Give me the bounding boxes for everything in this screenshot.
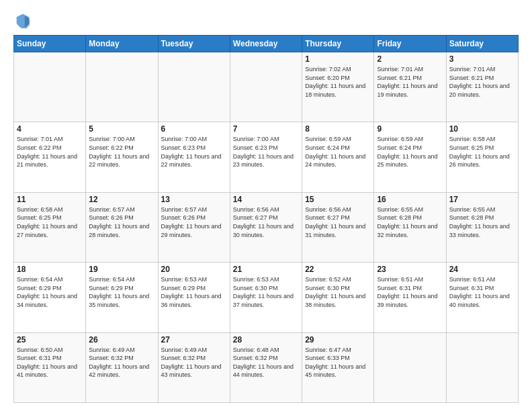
calendar-cell: 19Sunrise: 6:54 AMSunset: 6:29 PMDayligh… — [86, 263, 158, 332]
day-info: Sunrise: 6:53 AMSunset: 6:29 PMDaylight:… — [161, 275, 227, 309]
weekday-header: Saturday — [446, 36, 518, 52]
day-info: Sunrise: 6:54 AMSunset: 6:29 PMDaylight:… — [89, 275, 154, 309]
weekday-header: Monday — [86, 36, 158, 52]
day-info: Sunrise: 6:57 AMSunset: 6:26 PMDaylight:… — [89, 205, 154, 239]
calendar-cell: 5Sunrise: 7:00 AMSunset: 6:22 PMDaylight… — [86, 122, 158, 192]
calendar-cell: 6Sunrise: 7:00 AMSunset: 6:23 PMDaylight… — [158, 122, 230, 192]
calendar-cell — [158, 52, 230, 122]
calendar-cell: 27Sunrise: 6:49 AMSunset: 6:32 PMDayligh… — [158, 332, 230, 402]
day-info: Sunrise: 6:50 AMSunset: 6:31 PMDaylight:… — [17, 346, 83, 379]
calendar-week-row: 1Sunrise: 7:02 AMSunset: 6:20 PMDaylight… — [14, 52, 519, 122]
calendar-cell: 10Sunrise: 6:58 AMSunset: 6:25 PMDayligh… — [446, 122, 518, 192]
weekday-header: Sunday — [14, 36, 86, 52]
day-info: Sunrise: 6:51 AMSunset: 6:31 PMDaylight:… — [449, 275, 515, 309]
day-info: Sunrise: 6:47 AMSunset: 6:33 PMDaylight:… — [305, 346, 371, 379]
calendar-cell — [230, 52, 302, 122]
day-info: Sunrise: 7:01 AMSunset: 6:21 PMDaylight:… — [377, 65, 443, 99]
day-info: Sunrise: 7:00 AMSunset: 6:23 PMDaylight:… — [233, 135, 299, 169]
calendar-cell: 26Sunrise: 6:49 AMSunset: 6:32 PMDayligh… — [86, 332, 158, 402]
day-number: 9 — [377, 124, 443, 134]
calendar-header: SundayMondayTuesdayWednesdayThursdayFrid… — [14, 36, 519, 52]
day-info: Sunrise: 6:53 AMSunset: 6:30 PMDaylight:… — [233, 275, 299, 309]
day-number: 16 — [377, 195, 443, 204]
day-number: 19 — [89, 265, 154, 274]
calendar-cell: 23Sunrise: 6:51 AMSunset: 6:31 PMDayligh… — [374, 263, 446, 332]
day-number: 4 — [17, 124, 83, 134]
day-number: 8 — [305, 124, 371, 134]
calendar-cell: 20Sunrise: 6:53 AMSunset: 6:29 PMDayligh… — [158, 263, 230, 332]
calendar-cell: 22Sunrise: 6:52 AMSunset: 6:30 PMDayligh… — [302, 263, 374, 332]
weekday-header: Thursday — [302, 36, 374, 52]
logo-icon — [13, 11, 32, 30]
day-number: 2 — [377, 54, 443, 64]
day-number: 27 — [161, 335, 227, 345]
day-info: Sunrise: 6:49 AMSunset: 6:32 PMDaylight:… — [161, 346, 227, 379]
calendar-week-row: 18Sunrise: 6:54 AMSunset: 6:29 PMDayligh… — [14, 263, 519, 332]
calendar-cell: 2Sunrise: 7:01 AMSunset: 6:21 PMDaylight… — [374, 52, 446, 122]
day-number: 5 — [89, 124, 154, 134]
weekday-header: Tuesday — [158, 36, 230, 52]
day-info: Sunrise: 6:55 AMSunset: 6:28 PMDaylight:… — [449, 205, 515, 239]
page-header — [13, 11, 519, 30]
day-number: 18 — [17, 265, 83, 274]
weekday-header: Friday — [374, 36, 446, 52]
calendar-cell: 18Sunrise: 6:54 AMSunset: 6:29 PMDayligh… — [14, 263, 86, 332]
calendar-cell — [14, 52, 86, 122]
day-number: 6 — [161, 124, 227, 134]
day-number: 15 — [305, 195, 371, 204]
calendar-table: SundayMondayTuesdayWednesdayThursdayFrid… — [13, 35, 519, 403]
day-info: Sunrise: 7:01 AMSunset: 6:21 PMDaylight:… — [449, 65, 515, 99]
day-info: Sunrise: 6:59 AMSunset: 6:24 PMDaylight:… — [305, 135, 371, 169]
day-number: 10 — [449, 124, 515, 134]
day-info: Sunrise: 6:51 AMSunset: 6:31 PMDaylight:… — [377, 275, 443, 309]
calendar-cell — [446, 332, 518, 402]
calendar-cell: 4Sunrise: 7:01 AMSunset: 6:22 PMDaylight… — [14, 122, 86, 192]
day-number: 11 — [17, 195, 83, 204]
calendar-cell: 7Sunrise: 7:00 AMSunset: 6:23 PMDaylight… — [230, 122, 302, 192]
calendar-week-row: 25Sunrise: 6:50 AMSunset: 6:31 PMDayligh… — [14, 332, 519, 402]
calendar-cell — [374, 332, 446, 402]
calendar-cell: 1Sunrise: 7:02 AMSunset: 6:20 PMDaylight… — [302, 52, 374, 122]
day-number: 12 — [89, 195, 154, 204]
day-number: 24 — [449, 265, 515, 274]
day-number: 1 — [305, 54, 371, 64]
day-info: Sunrise: 6:55 AMSunset: 6:28 PMDaylight:… — [377, 205, 443, 239]
day-number: 20 — [161, 265, 227, 274]
day-info: Sunrise: 7:00 AMSunset: 6:23 PMDaylight:… — [161, 135, 227, 169]
day-number: 25 — [17, 335, 83, 345]
calendar-cell: 3Sunrise: 7:01 AMSunset: 6:21 PMDaylight… — [446, 52, 518, 122]
calendar-cell: 14Sunrise: 6:56 AMSunset: 6:27 PMDayligh… — [230, 192, 302, 262]
calendar-cell: 17Sunrise: 6:55 AMSunset: 6:28 PMDayligh… — [446, 192, 518, 262]
calendar-cell: 11Sunrise: 6:58 AMSunset: 6:25 PMDayligh… — [14, 192, 86, 262]
day-number: 17 — [449, 195, 515, 204]
day-number: 7 — [233, 124, 299, 134]
calendar-cell: 29Sunrise: 6:47 AMSunset: 6:33 PMDayligh… — [302, 332, 374, 402]
day-number: 3 — [449, 54, 515, 64]
day-info: Sunrise: 7:02 AMSunset: 6:20 PMDaylight:… — [305, 65, 371, 99]
day-info: Sunrise: 6:56 AMSunset: 6:27 PMDaylight:… — [233, 205, 299, 239]
logo — [13, 11, 35, 30]
calendar-cell: 25Sunrise: 6:50 AMSunset: 6:31 PMDayligh… — [14, 332, 86, 402]
day-info: Sunrise: 6:59 AMSunset: 6:24 PMDaylight:… — [377, 135, 443, 169]
day-number: 28 — [233, 335, 299, 345]
calendar-cell: 12Sunrise: 6:57 AMSunset: 6:26 PMDayligh… — [86, 192, 158, 262]
calendar-cell: 8Sunrise: 6:59 AMSunset: 6:24 PMDaylight… — [302, 122, 374, 192]
day-info: Sunrise: 6:48 AMSunset: 6:32 PMDaylight:… — [233, 346, 299, 379]
day-info: Sunrise: 7:00 AMSunset: 6:22 PMDaylight:… — [89, 135, 154, 169]
day-number: 14 — [233, 195, 299, 204]
calendar-cell: 15Sunrise: 6:56 AMSunset: 6:27 PMDayligh… — [302, 192, 374, 262]
day-info: Sunrise: 6:54 AMSunset: 6:29 PMDaylight:… — [17, 275, 83, 309]
day-number: 26 — [89, 335, 154, 345]
day-info: Sunrise: 6:58 AMSunset: 6:25 PMDaylight:… — [17, 205, 83, 239]
day-number: 13 — [161, 195, 227, 204]
calendar-cell: 16Sunrise: 6:55 AMSunset: 6:28 PMDayligh… — [374, 192, 446, 262]
weekday-header: Wednesday — [230, 36, 302, 52]
day-info: Sunrise: 7:01 AMSunset: 6:22 PMDaylight:… — [17, 135, 83, 169]
calendar-cell: 21Sunrise: 6:53 AMSunset: 6:30 PMDayligh… — [230, 263, 302, 332]
calendar-week-row: 4Sunrise: 7:01 AMSunset: 6:22 PMDaylight… — [14, 122, 519, 192]
day-number: 21 — [233, 265, 299, 274]
day-number: 23 — [377, 265, 443, 274]
calendar-cell: 13Sunrise: 6:57 AMSunset: 6:26 PMDayligh… — [158, 192, 230, 262]
day-number: 22 — [305, 265, 371, 274]
calendar-cell — [86, 52, 158, 122]
